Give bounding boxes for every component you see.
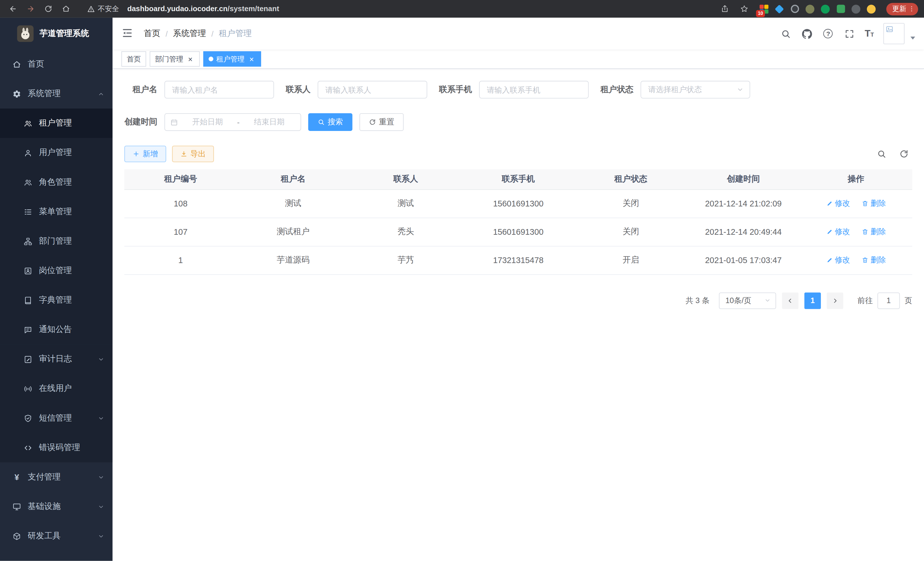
sidebar-logo[interactable]: 芋道管理系统 — [0, 18, 112, 50]
date-start-placeholder: 开始日期 — [182, 117, 233, 127]
status-label: 租户状态 — [601, 84, 634, 95]
filter-tenant-name: 租户名 — [124, 81, 274, 99]
breadcrumb-system[interactable]: 系统管理 — [173, 28, 206, 39]
add-button[interactable]: 新增 — [124, 146, 166, 162]
sidebar-item-pay[interactable]: ¥ 支付管理 — [0, 462, 112, 492]
chevron-down-icon — [98, 533, 104, 539]
tab-tenant[interactable]: 租户管理 × — [203, 51, 261, 67]
sidebar-item-label: 通知公告 — [39, 324, 72, 335]
tab-close-icon[interactable]: × — [186, 55, 195, 63]
next-page-button[interactable] — [827, 292, 843, 309]
contact-label: 联系人 — [286, 84, 310, 95]
bookmark-star-icon[interactable] — [737, 2, 752, 16]
cell-status: 关闭 — [574, 218, 687, 246]
avatar-caret-down-icon[interactable] — [910, 37, 915, 39]
browser-update-button[interactable]: 更新 — [886, 3, 918, 15]
sidebar-item-infra[interactable]: 基础设施 — [0, 492, 112, 521]
browser-home-icon[interactable] — [59, 2, 73, 16]
sidebar-item-system[interactable]: 系统管理 — [0, 79, 112, 108]
edit-link[interactable]: 修改 — [826, 198, 850, 209]
chevron-up-icon — [98, 91, 104, 97]
sidebar-item-menu[interactable]: 菜单管理 — [0, 197, 112, 226]
extension-icon-blue-shield[interactable] — [774, 4, 784, 14]
tab-dept[interactable]: 部门管理 × — [150, 51, 200, 67]
sidebar-fold-icon[interactable] — [122, 27, 134, 40]
sidebar-item-sms[interactable]: 短信管理 — [0, 403, 112, 433]
browser-toolbar: 不安全 dashboard.yudao.iocoder.cn/system/te… — [0, 0, 924, 18]
sidebar-item-errcode[interactable]: 错误码管理 — [0, 433, 112, 462]
share-icon[interactable] — [718, 2, 732, 16]
reset-button[interactable]: 重置 — [359, 113, 404, 131]
extension-icon-yellow-face[interactable] — [866, 4, 876, 14]
sidebar-item-home[interactable]: 首页 — [0, 50, 112, 79]
page-number-1[interactable]: 1 — [804, 292, 821, 309]
sidebar-item-dept[interactable]: 部门管理 — [0, 226, 112, 256]
search-button[interactable]: 搜索 — [308, 113, 352, 131]
browser-forward-icon[interactable] — [24, 2, 38, 16]
col-phone: 联系手机 — [462, 169, 574, 189]
delete-link[interactable]: 删除 — [862, 198, 886, 209]
app-root: 不安全 dashboard.yudao.iocoder.cn/system/te… — [0, 0, 924, 561]
sidebar-item-devtool[interactable]: 研发工具 — [0, 521, 112, 551]
extension-icon-green-check[interactable] — [820, 4, 830, 14]
extension-icon-dark[interactable] — [851, 4, 861, 14]
font-size-icon[interactable]: TT — [865, 28, 874, 39]
sidebar-item-role[interactable]: 角色管理 — [0, 168, 112, 197]
chevron-down-icon — [98, 415, 104, 421]
goto-page-input[interactable] — [878, 292, 900, 309]
page-size-select[interactable]: 10条/页 — [719, 292, 776, 309]
tenant-name-input[interactable] — [164, 81, 274, 99]
sidebar-item-label: 用户管理 — [39, 147, 72, 158]
browser-back-icon[interactable] — [6, 2, 20, 16]
export-button[interactable]: 导出 — [172, 146, 214, 162]
sidebar-item-label: 字典管理 — [39, 295, 72, 305]
tenant-table: 租户编号 租户名 联系人 联系手机 租户状态 创建时间 操作 108 测试 — [124, 169, 912, 274]
sidebar-item-label: 支付管理 — [28, 472, 61, 482]
sidebar-item-dict[interactable]: 字典管理 — [0, 285, 112, 315]
org-tree-icon — [24, 237, 33, 246]
cell-created: 2021-01-05 17:03:47 — [687, 246, 800, 274]
header-search-icon[interactable] — [780, 28, 792, 39]
status-select[interactable]: 请选择租户状态 — [640, 81, 750, 99]
sidebar-item-label: 短信管理 — [39, 413, 72, 423]
github-icon[interactable] — [801, 28, 813, 39]
plus-icon — [133, 150, 140, 158]
edit-link[interactable]: 修改 — [826, 226, 850, 237]
sidebar-item-post[interactable]: 岗位管理 — [0, 256, 112, 285]
help-question-icon[interactable]: ? — [822, 28, 834, 39]
site-security-indicator[interactable]: 不安全 — [87, 4, 119, 14]
cell-tenant-id: 107 — [124, 218, 237, 246]
refresh-table-icon[interactable] — [899, 149, 909, 159]
create-time-range-picker[interactable]: 开始日期 - 结束日期 — [164, 113, 301, 131]
avatar[interactable] — [884, 23, 904, 44]
table-row: 1 芋道源码 芋艿 17321315478 开启 2021-01-05 17:0… — [124, 246, 912, 274]
tab-close-icon[interactable]: × — [248, 55, 256, 63]
phone-input[interactable] — [479, 81, 589, 99]
delete-link[interactable]: 删除 — [862, 255, 886, 265]
sidebar-item-tenant[interactable]: 租户管理 — [0, 109, 112, 138]
sidebar-item-online-user[interactable]: 在线用户 — [0, 374, 112, 403]
address-bar[interactable]: dashboard.yudao.iocoder.cn/system/tenant — [128, 5, 279, 13]
contact-input[interactable] — [318, 81, 428, 99]
refresh-icon — [369, 119, 376, 126]
tab-home[interactable]: 首页 — [122, 51, 146, 67]
toggle-search-icon[interactable] — [877, 149, 887, 159]
browser-reload-icon[interactable] — [41, 2, 56, 16]
prev-page-button[interactable] — [782, 292, 799, 309]
extension-icon-dark-ring[interactable] — [790, 4, 800, 14]
cell-contact: 秃头 — [350, 218, 462, 246]
cell-tenant-id: 1 — [124, 246, 237, 274]
filter-phone: 联系手机 — [439, 81, 589, 99]
extension-icon-green-chat[interactable] — [836, 4, 846, 14]
delete-link[interactable]: 删除 — [862, 226, 886, 237]
extension-icon-grid[interactable]: 10 — [759, 4, 769, 14]
sidebar-item-user[interactable]: 用户管理 — [0, 138, 112, 168]
active-tab-dot — [208, 57, 213, 62]
sms-shield-icon — [24, 414, 33, 423]
sidebar-item-notice[interactable]: 通知公告 — [0, 315, 112, 344]
fullscreen-icon[interactable] — [843, 28, 855, 39]
edit-link[interactable]: 修改 — [826, 255, 850, 265]
extension-icon-olive[interactable] — [805, 4, 815, 14]
sidebar-item-audit-log[interactable]: 审计日志 — [0, 344, 112, 374]
breadcrumb-home[interactable]: 首页 — [144, 28, 160, 39]
